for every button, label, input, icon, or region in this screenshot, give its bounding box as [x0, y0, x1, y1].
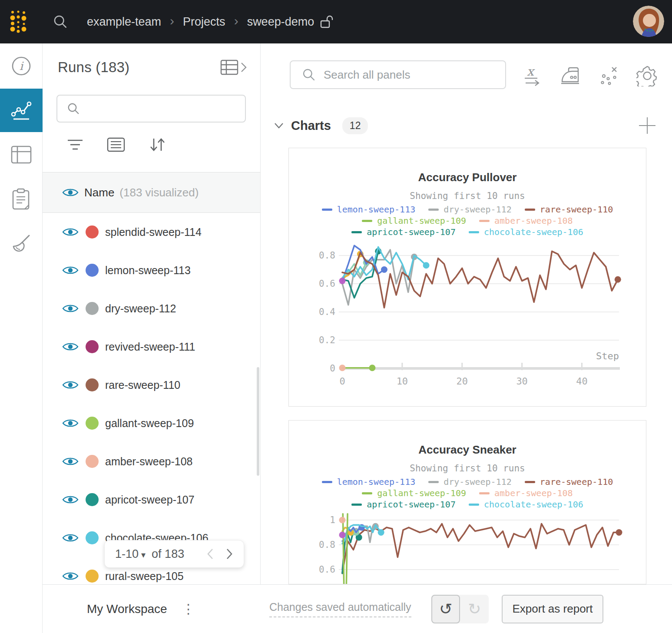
run-name-label: amber-sweep-108 — [105, 455, 193, 468]
chart-panel-accuracy-sneaker[interactable]: Accuracy Sneaker Showing first 10 runs l… — [288, 420, 646, 584]
run-list-item[interactable]: apricot-sweep-107 — [43, 481, 260, 519]
run-name-label: rural-sweep-105 — [105, 570, 184, 583]
sort-icon[interactable] — [149, 137, 166, 152]
panel-search-input[interactable] — [324, 68, 466, 82]
svg-text:30: 30 — [516, 376, 528, 387]
x-axis-icon[interactable]: x — [521, 64, 544, 87]
add-panel-icon[interactable] — [638, 116, 656, 135]
eye-icon[interactable] — [62, 494, 79, 505]
legend-item[interactable]: lemon-sweep-113 — [322, 477, 416, 487]
run-list-item[interactable]: rare-sweep-110 — [43, 366, 260, 404]
undo-redo-group: ↺ ↻ — [431, 595, 489, 623]
outliers-scatter-icon[interactable] — [598, 64, 620, 87]
next-page-button[interactable] — [225, 548, 233, 560]
legend-swatch — [322, 209, 332, 211]
kebab-menu-icon[interactable]: ⋮ — [182, 603, 195, 616]
eye-icon[interactable] — [62, 265, 79, 276]
eye-icon[interactable] — [62, 341, 79, 352]
legend-item[interactable]: dry-sweep-112 — [428, 477, 512, 487]
wandb-logo-icon[interactable] — [10, 10, 27, 34]
svg-text:i: i — [20, 60, 24, 73]
run-name-label: apricot-sweep-107 — [105, 494, 195, 506]
legend-swatch — [428, 481, 439, 483]
eye-icon[interactable] — [62, 532, 79, 544]
unlock-icon — [320, 14, 333, 29]
search-icon — [67, 102, 80, 115]
run-list-item[interactable]: lemon-sweep-113 — [43, 251, 260, 289]
workspace-title[interactable]: My Workspace — [87, 602, 167, 616]
legend-swatch — [362, 492, 372, 494]
clipboard-icon — [12, 188, 31, 210]
eye-icon[interactable] — [62, 570, 79, 582]
run-color-dot — [86, 531, 99, 544]
legend-item[interactable]: dry-sweep-112 — [428, 204, 512, 215]
legend-run-name: dry-sweep-112 — [444, 204, 512, 215]
nav-table-item[interactable] — [0, 133, 43, 176]
run-list-item[interactable]: revived-sweep-111 — [43, 328, 260, 366]
export-report-button[interactable]: Export as report — [502, 595, 603, 623]
legend-item[interactable]: amber-sweep-108 — [479, 488, 573, 498]
breadcrumb: example-team › Projects › sweep-demo — [87, 14, 333, 29]
eye-icon[interactable] — [62, 456, 79, 467]
legend-item[interactable]: amber-sweep-108 — [479, 215, 573, 226]
breadcrumb-team[interactable]: example-team — [87, 15, 161, 29]
legend-run-name: amber-sweep-108 — [494, 215, 573, 226]
prev-page-button[interactable] — [206, 548, 214, 560]
eye-icon[interactable] — [62, 418, 79, 429]
list-icon[interactable] — [107, 137, 125, 152]
settings-gear-icon[interactable] — [636, 64, 659, 87]
left-nav-rail: i — [0, 43, 43, 633]
runs-sidebar: Runs (183) — [43, 43, 261, 584]
nav-charts-item[interactable] — [0, 89, 43, 132]
chevron-right-icon[interactable] — [240, 62, 247, 73]
run-list: splendid-sweep-114lemon-sweep-113dry-swe… — [43, 213, 260, 584]
eye-icon[interactable] — [62, 379, 79, 391]
breadcrumb-projects[interactable]: Projects — [183, 15, 225, 29]
charts-section-header: Charts 12 — [274, 116, 656, 135]
eye-icon[interactable] — [62, 187, 79, 198]
legend-item[interactable]: lemon-sweep-113 — [322, 204, 416, 215]
chart-panel-accuracy-pullover[interactable]: Accuracy Pullover Showing first 10 runs … — [288, 148, 646, 407]
run-list-item[interactable]: splendid-sweep-114 — [43, 213, 260, 251]
filter-icon[interactable] — [67, 138, 83, 151]
nav-notes-item[interactable] — [0, 177, 43, 221]
nav-sweeps-item[interactable] — [0, 222, 43, 265]
chart-subtitle: Showing first 10 runs — [289, 191, 646, 201]
run-list-item[interactable]: amber-sweep-108 — [43, 442, 260, 481]
run-list-item[interactable]: gallant-sweep-109 — [43, 404, 260, 442]
nav-overview-item[interactable]: i — [0, 44, 43, 88]
runs-search-input[interactable] — [88, 102, 212, 116]
runs-scrollbar[interactable] — [257, 367, 259, 476]
legend-swatch — [469, 504, 479, 506]
save-status-label[interactable]: Changes saved automatically — [269, 601, 411, 617]
breadcrumb-project[interactable]: sweep-demo — [247, 15, 314, 29]
run-name-label: gallant-sweep-109 — [105, 417, 194, 430]
undo-button[interactable]: ↺ — [431, 595, 460, 623]
runs-table-icon[interactable] — [220, 60, 238, 75]
chevron-down-icon[interactable]: ▾ — [141, 550, 146, 560]
redo-button[interactable]: ↻ — [460, 595, 489, 623]
legend-swatch — [525, 209, 535, 211]
eye-icon[interactable] — [62, 303, 79, 314]
user-avatar[interactable] — [633, 6, 664, 37]
legend-item[interactable]: rare-sweep-110 — [525, 477, 613, 487]
runs-search-box[interactable] — [56, 95, 246, 123]
run-name-label: dry-sweep-112 — [105, 302, 176, 315]
legend-swatch — [322, 481, 332, 483]
eye-icon[interactable] — [62, 226, 79, 238]
run-color-dot — [86, 493, 99, 506]
chevron-down-icon[interactable] — [274, 122, 284, 129]
run-list-item[interactable]: dry-sweep-112 — [43, 289, 260, 328]
page-range-dropdown[interactable]: 1-10 — [115, 547, 139, 561]
svg-text:0: 0 — [339, 376, 345, 387]
smoothing-iron-icon[interactable] — [559, 64, 582, 87]
runs-name-header[interactable]: Name (183 visualized) — [43, 172, 260, 213]
legend-item[interactable]: gallant-sweep-109 — [362, 488, 466, 498]
run-color-dot — [86, 302, 99, 315]
panel-search-box[interactable] — [290, 60, 506, 89]
charts-section-title[interactable]: Charts — [291, 119, 331, 133]
legend-item[interactable]: gallant-sweep-109 — [362, 215, 466, 226]
legend-item[interactable]: rare-sweep-110 — [525, 204, 613, 215]
search-icon[interactable] — [53, 14, 68, 29]
svg-text:0.6: 0.6 — [319, 564, 335, 575]
